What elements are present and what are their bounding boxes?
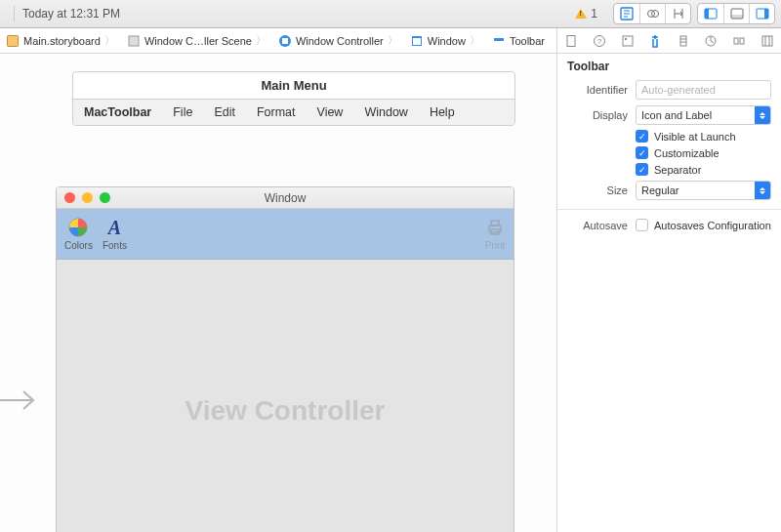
svg-rect-9: [731, 15, 743, 19]
autosave-label: Autosave: [567, 220, 628, 231]
window-toolbar[interactable]: Colors A Fonts Print: [57, 209, 514, 260]
inspector-tab-bar[interactable]: ?: [556, 28, 781, 53]
display-row: Display Icon and Label: [557, 102, 781, 128]
build-status-text: Today at 12:31 PM: [22, 7, 120, 20]
menu-items-row: MacToolbar File Edit Format View Window …: [73, 100, 514, 125]
menu-item-format[interactable]: Format: [246, 100, 307, 125]
window-content[interactable]: View Controller: [57, 260, 514, 532]
svg-rect-24: [680, 36, 686, 46]
menu-item-help[interactable]: Help: [419, 100, 466, 125]
chevron-updown-icon: [755, 182, 770, 199]
titlebar-separator: [14, 6, 15, 21]
toolbar-icon: [492, 34, 506, 48]
size-label: Size: [567, 184, 628, 196]
crumb-scene[interactable]: Window C…ller Scene〉: [121, 28, 272, 53]
crumb-toolbar[interactable]: Toolbar: [486, 28, 551, 53]
version-editor-icon[interactable]: [665, 4, 690, 23]
file-inspector-icon[interactable]: [560, 30, 582, 52]
effects-inspector-icon[interactable]: [757, 30, 778, 52]
svg-rect-19: [567, 35, 575, 46]
toolbar-item-print[interactable]: Print: [484, 217, 506, 251]
svg-rect-17: [413, 38, 421, 45]
size-inspector-icon[interactable]: [673, 30, 694, 52]
panel-visibility-segmented[interactable]: [697, 3, 775, 24]
warning-icon: [575, 9, 587, 19]
visible-at-launch-row[interactable]: ✓ Visible at Launch: [557, 128, 781, 144]
connections-inspector-icon[interactable]: [700, 30, 721, 52]
svg-rect-30: [762, 36, 772, 46]
toolbar-item-fonts[interactable]: A Fonts: [103, 217, 127, 251]
customizable-row[interactable]: ✓ Customizable: [557, 144, 781, 161]
display-select[interactable]: Icon and Label: [636, 105, 771, 125]
identity-inspector-icon[interactable]: [617, 30, 638, 52]
svg-rect-39: [491, 221, 499, 225]
chevron-updown-icon: [755, 106, 770, 124]
size-row: Size Regular: [557, 178, 781, 203]
svg-rect-11: [764, 9, 768, 19]
identifier-row: Identifier Auto-generated: [557, 77, 781, 102]
window-icon: [410, 34, 424, 48]
svg-rect-28: [734, 38, 738, 44]
colors-icon: [67, 217, 89, 238]
svg-rect-18: [494, 38, 504, 41]
storyboard-canvas[interactable]: Main Menu MacToolbar File Edit Format Vi…: [0, 54, 556, 532]
svg-rect-7: [705, 9, 709, 19]
jump-bar[interactable]: Main.storyboard〉 Window C…ller Scene〉 Wi…: [0, 28, 556, 53]
standard-editor-icon[interactable]: [614, 4, 639, 23]
warning-count: 1: [591, 7, 597, 20]
svg-text:?: ?: [597, 37, 602, 46]
attributes-inspector-panel: Toolbar Identifier Auto-generated Displa…: [556, 54, 781, 532]
toolbar-item-colors[interactable]: Colors: [64, 217, 93, 251]
svg-rect-13: [129, 36, 139, 46]
xcode-titlebar: Today at 12:31 PM 1: [0, 0, 781, 28]
identifier-label: Identifier: [567, 84, 628, 96]
bottom-panel-icon[interactable]: [723, 4, 749, 23]
main-menu-object[interactable]: Main Menu MacToolbar File Edit Format Vi…: [72, 71, 515, 126]
scene-icon: [127, 34, 141, 48]
bindings-inspector-icon[interactable]: [728, 30, 750, 52]
crumb-window[interactable]: Window〉: [404, 28, 486, 53]
svg-rect-22: [623, 36, 633, 46]
menu-item-edit[interactable]: Edit: [203, 100, 246, 125]
display-label: Display: [567, 109, 628, 121]
menu-item-window[interactable]: Window: [353, 100, 418, 125]
attributes-inspector-icon[interactable]: [644, 30, 666, 52]
svg-rect-12: [8, 35, 19, 46]
menu-item-app[interactable]: MacToolbar: [73, 100, 162, 125]
identifier-field[interactable]: Auto-generated: [636, 80, 771, 100]
left-panel-icon[interactable]: [698, 4, 723, 23]
menu-item-file[interactable]: File: [162, 100, 203, 125]
crumb-storyboard[interactable]: Main.storyboard〉: [0, 28, 121, 53]
window-controller-icon: [278, 34, 292, 48]
view-controller-label: View Controller: [185, 395, 386, 427]
crumb-window-controller[interactable]: Window Controller〉: [272, 28, 404, 53]
menu-item-view[interactable]: View: [307, 100, 354, 125]
svg-rect-29: [740, 38, 744, 44]
segue-arrow-icon: [0, 386, 41, 418]
checkbox-on-icon[interactable]: ✓: [636, 146, 648, 159]
window-object[interactable]: Window Colors A Fonts Print View Control…: [56, 186, 514, 532]
print-icon: [484, 217, 506, 238]
main-menu-title: Main Menu: [73, 72, 514, 100]
storyboard-icon: [6, 34, 20, 48]
svg-rect-23: [625, 38, 627, 40]
checkbox-on-icon[interactable]: ✓: [636, 130, 648, 143]
assistant-editor-icon[interactable]: [639, 4, 665, 23]
help-inspector-icon[interactable]: ?: [589, 30, 610, 52]
warning-indicator[interactable]: 1: [575, 7, 597, 20]
checkbox-on-icon[interactable]: ✓: [636, 163, 648, 176]
inspector-divider: [557, 209, 781, 210]
window-title-text: Window: [57, 191, 514, 205]
inspector-section-title: Toolbar: [557, 54, 781, 77]
svg-rect-15: [282, 38, 288, 44]
window-titlebar: Window: [57, 187, 514, 209]
fonts-icon: A: [103, 217, 125, 238]
right-panel-icon[interactable]: [749, 4, 774, 23]
size-select[interactable]: Regular: [636, 181, 771, 200]
separator-row[interactable]: ✓ Separator: [557, 161, 781, 178]
editor-mode-segmented[interactable]: [613, 3, 691, 24]
checkbox-off-icon[interactable]: [636, 219, 648, 231]
autosave-row: Autosave Autosaves Configuration: [557, 216, 781, 234]
